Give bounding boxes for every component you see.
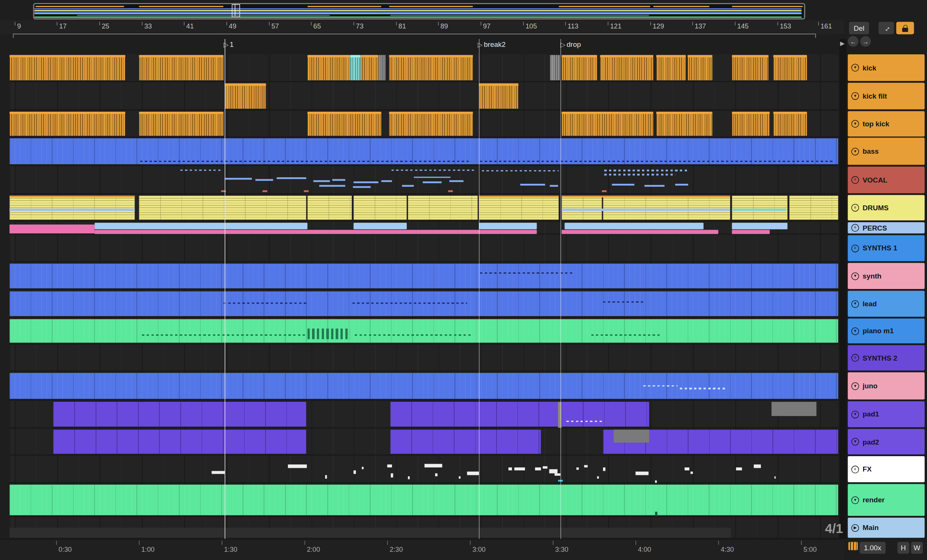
clip[interactable] (391, 429, 541, 454)
clip[interactable] (9, 264, 838, 288)
clip[interactable] (562, 196, 602, 220)
clip[interactable] (9, 196, 135, 220)
note-rect[interactable] (381, 180, 392, 182)
fold-track-icon[interactable]: ▼ (851, 120, 859, 127)
note-rect[interactable] (597, 477, 599, 479)
clip[interactable] (562, 55, 597, 80)
note-rect[interactable] (643, 385, 677, 387)
lock-envelopes-button[interactable] (896, 22, 914, 34)
note-rect[interactable] (603, 467, 605, 471)
note-rect[interactable] (566, 420, 603, 422)
track-row-piano-m1[interactable] (9, 319, 838, 344)
track-row-render[interactable] (9, 484, 838, 517)
delete-button[interactable]: Del (849, 22, 869, 34)
clip[interactable] (479, 223, 537, 229)
group-track-icon[interactable]: ≡ (851, 466, 859, 473)
track-header-vocal[interactable]: ≡VOCAL (848, 167, 925, 193)
clip[interactable] (389, 112, 473, 136)
fold-track-icon[interactable]: ▼ (851, 272, 859, 280)
clip[interactable] (773, 112, 807, 136)
clip[interactable] (562, 402, 649, 426)
note-rect[interactable] (562, 209, 730, 211)
track-header-bass[interactable]: ▼bass (848, 138, 925, 165)
note-rect[interactable] (509, 467, 512, 470)
arrangement-loop-brace[interactable] (13, 34, 816, 39)
note-rect[interactable] (515, 467, 525, 470)
note-rect[interactable] (435, 473, 437, 477)
clip[interactable] (9, 112, 125, 136)
note-rect[interactable] (448, 190, 453, 192)
note-rect[interactable] (550, 185, 558, 187)
note-rect[interactable] (754, 464, 761, 468)
note-rect[interactable] (353, 186, 371, 188)
clip[interactable] (307, 196, 352, 220)
note-rect[interactable] (225, 178, 252, 180)
clip[interactable] (565, 223, 704, 229)
note-rect[interactable] (402, 185, 414, 187)
note-rect[interactable] (591, 334, 662, 335)
clip[interactable] (9, 55, 125, 80)
fold-track-icon[interactable]: ▼ (851, 382, 859, 390)
track-header-synth[interactable]: ▼synth (848, 263, 925, 289)
overview-cursor[interactable] (232, 4, 240, 17)
clip[interactable] (656, 55, 686, 80)
vertical-scrollbar[interactable] (840, 39, 847, 539)
clip[interactable] (562, 112, 653, 136)
note-rect[interactable] (690, 472, 693, 474)
time-ruler[interactable]: 0:301:001:302:002:303:003:304:004:305:00 (0, 539, 844, 560)
note-rect[interactable] (680, 388, 727, 390)
note-rect[interactable] (140, 161, 471, 162)
fold-track-icon[interactable]: ▼ (851, 327, 859, 335)
track-header-pad1[interactable]: ▼pad1 (848, 401, 925, 427)
track-row-pad1[interactable] (9, 401, 838, 428)
note-rect[interactable] (771, 402, 816, 416)
note-rect[interactable] (584, 465, 588, 467)
clip[interactable] (732, 230, 770, 234)
note-rect[interactable] (277, 177, 306, 179)
expand-arrangement-button[interactable]: ↔ (878, 22, 894, 34)
clip[interactable] (139, 112, 223, 136)
track-row-top-kick[interactable] (9, 111, 838, 138)
note-rect[interactable] (325, 475, 327, 479)
clip[interactable] (732, 223, 787, 229)
zoom-height-button[interactable]: H (897, 542, 909, 554)
note-rect[interactable] (263, 190, 267, 192)
nav-back-button[interactable]: ← (848, 36, 859, 47)
clip[interactable] (53, 402, 306, 426)
note-rect[interactable] (774, 477, 775, 479)
group-track-icon[interactable]: ≡ (851, 354, 859, 361)
track-row-synths-1[interactable] (9, 235, 838, 263)
note-rect[interactable] (319, 185, 345, 187)
note-rect[interactable] (424, 464, 442, 467)
clip[interactable] (94, 223, 307, 229)
clip[interactable] (600, 55, 653, 80)
clip[interactable] (562, 230, 719, 234)
note-rect[interactable] (602, 190, 607, 192)
fold-track-icon[interactable]: ▼ (851, 64, 859, 71)
locator-row[interactable]: ▷1▷break2▷drop (0, 39, 844, 53)
note-rect[interactable] (535, 467, 541, 470)
clip[interactable] (550, 55, 560, 80)
note-rect[interactable] (479, 196, 559, 197)
clip[interactable] (9, 319, 838, 343)
track-header-lead[interactable]: ▼lead (848, 291, 925, 317)
note-rect[interactable] (482, 170, 559, 171)
track-row-fx[interactable] (9, 456, 838, 484)
note-rect[interactable] (142, 334, 319, 335)
note-rect[interactable] (562, 196, 730, 197)
track-header-juno[interactable]: ▼juno (848, 372, 925, 399)
track-row-kick-filt[interactable] (9, 83, 838, 111)
note-rect[interactable] (736, 467, 742, 470)
track-header-main[interactable]: ▶Main (848, 518, 925, 538)
clip[interactable] (139, 196, 306, 220)
track-header-pad2[interactable]: ▼pad2 (848, 429, 925, 455)
track-header-synths-2[interactable]: ≡SYNTHS 2 (848, 345, 925, 371)
note-rect[interactable] (304, 190, 308, 192)
clip[interactable] (307, 112, 381, 136)
clip[interactable] (9, 485, 838, 515)
clip[interactable] (773, 55, 807, 80)
track-header-percs[interactable]: ≡PERCS (848, 222, 925, 234)
note-rect[interactable] (644, 185, 664, 187)
scroll-arrow-icon[interactable]: ▶ (840, 40, 845, 47)
note-rect[interactable] (558, 402, 561, 428)
